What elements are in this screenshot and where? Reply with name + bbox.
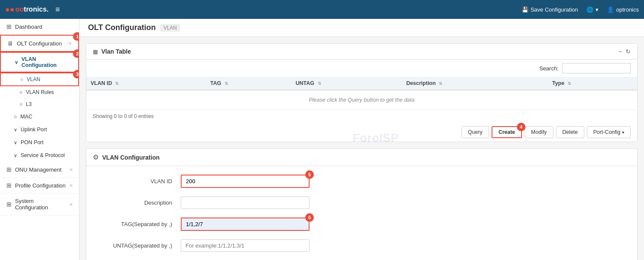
- form-row-vlan-id: VLAN ID 5: [103, 175, 620, 188]
- port-config-button[interactable]: Port-Config ▾: [587, 126, 631, 138]
- form-row-description: Description: [103, 197, 620, 209]
- annotation-badge-6: 6: [305, 213, 314, 222]
- globe-icon: 🌐: [586, 6, 593, 13]
- create-button-container: Create 4: [492, 126, 522, 138]
- logo-text: ootronics.: [15, 6, 49, 13]
- user-icon: 👤: [607, 6, 614, 13]
- page-header: OLT Configuration VLAN: [79, 19, 644, 37]
- chevron-left-icon: <: [70, 183, 73, 188]
- tag-label: TAG(Separated by ,): [103, 221, 181, 227]
- sidebar-item-mac[interactable]: ○ MAC: [0, 110, 79, 123]
- sidebar-item-onu-management[interactable]: ⊞ ONU Management <: [0, 162, 79, 178]
- annotation-badge-1: 1: [73, 32, 79, 41]
- chevron-down-icon: ∨: [14, 153, 17, 158]
- radio-icon: ○: [19, 89, 22, 95]
- vlan-table-panel: ▦ Vlan Table − ↻ Search: VLAN ID ⇅ TAG ⇅: [86, 43, 638, 142]
- minimize-button[interactable]: −: [619, 48, 622, 55]
- vlan-id-label: VLAN ID: [103, 178, 181, 184]
- sidebar-item-label: Dashboard: [15, 24, 43, 30]
- radio-icon: ○: [20, 76, 23, 82]
- hamburger-icon[interactable]: ≡: [55, 5, 60, 14]
- description-label: Description: [103, 200, 181, 206]
- sidebar-item-profile-configuration[interactable]: ⊞ Profile Configuration <: [0, 178, 79, 193]
- vlan-id-container: 5: [181, 175, 310, 188]
- panel-header: ▦ Vlan Table − ↻: [86, 44, 637, 60]
- modify-button[interactable]: Modify: [525, 126, 553, 138]
- radio-icon: ○: [19, 101, 22, 107]
- sidebar-item-dashboard[interactable]: ⊞ Dashboard: [0, 19, 79, 35]
- search-input[interactable]: [562, 63, 631, 73]
- refresh-button[interactable]: ↻: [626, 48, 631, 55]
- profile-icon: ⊞: [6, 182, 12, 189]
- sidebar-item-label: L3: [26, 101, 31, 107]
- table-icon: ▦: [93, 48, 98, 55]
- chevron-down-icon: ▾: [595, 6, 598, 13]
- chevron-left-icon: <: [69, 41, 72, 46]
- language-button[interactable]: 🌐 ▾: [586, 6, 598, 13]
- annotation-badge-4: 4: [517, 123, 526, 131]
- query-button[interactable]: Query: [462, 126, 489, 138]
- sidebar: ⊞ Dashboard 🖥 OLT Configuration < 1 ∨ VL…: [0, 19, 79, 260]
- vlan-config-header: ⚙ VLAN Configuration: [86, 149, 637, 166]
- sidebar-item-uplink-port[interactable]: ∨ Uplink Port: [0, 123, 79, 136]
- sidebar-item-vlan-rules[interactable]: ○ VLAN Rules: [0, 86, 79, 98]
- sidebar-item-label: VLAN: [27, 76, 40, 82]
- sort-icon: ⇅: [568, 81, 571, 86]
- page-subtitle: VLAN: [160, 24, 180, 32]
- logo-icon: ●●: [5, 5, 15, 14]
- panel-title: Vlan Table: [101, 48, 615, 55]
- sidebar-item-system-configuration[interactable]: ⊞ System Configuration <: [0, 193, 79, 215]
- olt-config-icon: 🖥: [7, 40, 13, 47]
- save-icon: 💾: [522, 6, 529, 13]
- sidebar-item-label: OLT Configuration: [17, 40, 62, 47]
- sidebar-item-service-protocol[interactable]: ∨ Service & Protocol: [0, 149, 79, 162]
- showing-info: Showing 0 to 0 of 0 entries: [86, 110, 637, 123]
- chevron-left-icon: <: [70, 202, 73, 207]
- col-vlan-id[interactable]: VLAN ID ⇅: [86, 77, 206, 90]
- sidebar-item-l3[interactable]: ○ L3: [0, 98, 79, 110]
- vlan-config-title: VLAN Configuration: [102, 154, 160, 161]
- sidebar-item-label: VLAN Configuration: [21, 56, 72, 68]
- system-icon: ⊞: [6, 201, 12, 208]
- annotation-badge-5: 5: [305, 170, 314, 179]
- save-configuration-button[interactable]: 💾 Save Configuration: [522, 6, 578, 13]
- empty-message: Please click the Query button to get the…: [86, 90, 637, 110]
- page-title: OLT Configuration: [88, 23, 156, 32]
- vlan-config-panel: ⚙ VLAN Configuration VLAN ID 5 Descripti…: [86, 148, 638, 260]
- col-untag[interactable]: UNTAG ⇅: [292, 77, 402, 90]
- chevron-left-icon: <: [70, 167, 73, 172]
- sort-icon: ⇅: [439, 81, 442, 86]
- main-content: ForoISP OLT Configuration VLAN ▦ Vlan Ta…: [79, 19, 644, 260]
- sidebar-item-vlan-configuration[interactable]: ∨ VLAN Configuration 2: [0, 52, 79, 73]
- panel-controls: − ↻: [619, 48, 631, 55]
- untag-input[interactable]: [181, 239, 310, 252]
- tag-container: 6: [181, 218, 310, 231]
- delete-button[interactable]: Delete: [556, 126, 584, 138]
- description-input[interactable]: [181, 197, 310, 209]
- form-row-tag: TAG(Separated by ,) 6: [103, 218, 620, 231]
- form-row-untag: UNTAG(Separated by ,): [103, 239, 620, 252]
- sidebar-item-label: MAC: [21, 114, 33, 120]
- chevron-down-icon: ∨: [14, 140, 17, 145]
- table-body: Please click the Query button to get the…: [86, 90, 637, 110]
- vlan-config-form-body: VLAN ID 5 Description TAG(Separated by ,…: [86, 166, 637, 260]
- sidebar-item-olt-configuration[interactable]: 🖥 OLT Configuration < 1: [0, 35, 79, 52]
- sidebar-item-label: Service & Protocol: [21, 152, 65, 158]
- vlan-table: VLAN ID ⇅ TAG ⇅ UNTAG ⇅ Description ⇅ Ty…: [86, 77, 637, 110]
- sidebar-item-vlan[interactable]: ○ VLAN 3: [0, 73, 79, 86]
- sidebar-item-label: PON Port: [21, 139, 44, 145]
- col-description[interactable]: Description ⇅: [402, 77, 548, 90]
- col-tag[interactable]: TAG ⇅: [206, 77, 292, 90]
- top-navigation: ●● ootronics. ≡ 💾 Save Configuration 🌐 ▾…: [0, 0, 644, 19]
- chevron-down-icon: ∨: [15, 60, 18, 65]
- annotation-badge-3: 3: [73, 70, 79, 79]
- sidebar-item-label: VLAN Rules: [26, 89, 54, 95]
- sidebar-item-label: System Configuration: [15, 198, 67, 211]
- sidebar-item-pon-port[interactable]: ∨ PON Port: [0, 136, 79, 149]
- radio-icon: ○: [14, 114, 17, 120]
- tag-input[interactable]: [181, 218, 310, 231]
- user-menu[interactable]: 👤 optronics: [607, 6, 639, 13]
- main-layout: ⊞ Dashboard 🖥 OLT Configuration < 1 ∨ VL…: [0, 19, 644, 260]
- col-type[interactable]: Type ⇅: [548, 77, 637, 90]
- vlan-id-input[interactable]: [181, 175, 310, 188]
